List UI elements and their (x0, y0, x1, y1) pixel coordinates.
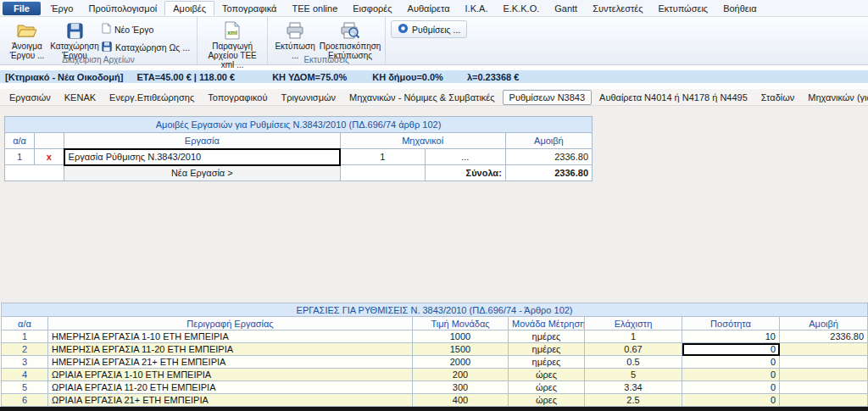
ribbon-tab-eisfores[interactable]: Εισφορές (345, 2, 399, 15)
fees-header-index: α/α (5, 133, 35, 149)
min-cell: 1 (585, 330, 682, 343)
row-index: 4 (2, 369, 48, 381)
unit-cell: ώρες (509, 381, 585, 394)
tab-trigonismon[interactable]: Τριγωνισμών (275, 91, 342, 104)
new-project-button[interactable]: Νέο Έργο (98, 21, 193, 37)
tab-kenak[interactable]: ΚΕΝΑΚ (58, 91, 102, 104)
new-project-label: Νέο Έργο (114, 25, 153, 35)
row-index: 6 (2, 394, 48, 407)
quantity-cell[interactable]: 0 (682, 356, 780, 369)
ribbon-body: Άνοιγμα Έργου ... Καταχώρηση Έργου Νέο Έ… (0, 17, 868, 65)
print-preview-icon (341, 21, 359, 40)
works-header-quantity: Ποσότητα (682, 317, 780, 330)
ribbon-tab-ektyposeis[interactable]: Εκτυπώσεις (650, 2, 715, 15)
fees-table-footer-row: Νέα Εργασία > Σύνολα: 2336.80 (5, 165, 593, 181)
min-cell: 5 (585, 369, 682, 381)
engineers-count-cell[interactable]: 1 (340, 149, 425, 165)
empty-cell (5, 165, 64, 181)
tab-ergasion[interactable]: Εργασιών (3, 91, 57, 104)
tab-rythmiseon-n3843[interactable]: Ρυθμίσεων Ν3843 (503, 90, 593, 105)
ribbon-tab-ergo[interactable]: Έργο (43, 2, 81, 15)
fees-table-row: 1 x Εργασία Ρύθμισης Ν.3843/2010 1 ... 2… (5, 149, 593, 165)
table-row: 3 ΗΜΕΡΗΣΙΑ ΕΡΓΑΣΙΑ 21+ ΕΤΗ ΕΜΠΕΙΡΙΑ 2000… (2, 356, 868, 369)
task-name-cell[interactable]: Εργασία Ρύθμισης Ν.3843/2010 (64, 149, 340, 165)
group-file-management: Άνοιγμα Έργου ... Καταχώρηση Έργου Νέο Έ… (0, 17, 198, 64)
ribbon-tab-topografika[interactable]: Τοπογραφικά (214, 2, 284, 15)
fees-header-task: Εργασία (64, 133, 340, 149)
tee-xml-export-label: Παραγωγή Αρχείου ΤΕΕ xml ... (203, 42, 262, 69)
tab-stadion[interactable]: Σταδίων (755, 91, 800, 104)
group-settings: Ρυθμίσεις ... (386, 17, 472, 64)
settings-button[interactable]: Ρυθμίσεις ... (391, 20, 467, 38)
table-row: 5 ΩΡΙΑΙΑ ΕΡΓΑΣΙΑ 11-20 ΕΤΗ ΕΜΠΕΙΡΙΑ 300 … (2, 381, 868, 394)
ribbon-tab-ika[interactable]: Ι.Κ.Α. (458, 2, 496, 15)
ribbon-tab-bar: File Έργο Προϋπολογισμοί Αμοιβές Τοπογρα… (0, 0, 868, 17)
table-row: 6 ΩΡΙΑΙΑ ΕΡΓΑΣΙΑ 21+ ΕΤΗ ΕΜΠΕΙΡΙΑ 400 ώρ… (2, 394, 868, 407)
row-index: 1 (5, 149, 35, 165)
ribbon-tab-syntelestes[interactable]: Συντελεστές (585, 2, 650, 15)
total-label: Σύνολα: (425, 165, 505, 181)
new-task-button[interactable]: Νέα Εργασία > (64, 165, 340, 181)
tab-authaireta-n4014[interactable]: Αυθαίρετα Ν4014 ή Ν4178 ή Ν4495 (593, 91, 754, 104)
ribbon-tab-voitheia[interactable]: Βοήθεια (715, 2, 764, 15)
fees-header-delete (35, 133, 64, 149)
min-cell: 2.5 (585, 394, 682, 407)
tab-mixanikon-nomimes[interactable]: Μηχανικών - Νόμιμες & Συμβατικές (343, 91, 500, 104)
eta-value: ΕΤΑ=45.00 € | 118.00 € (136, 72, 235, 82)
ribbon-tab-gantt[interactable]: Gantt (547, 2, 585, 15)
quantity-cell[interactable]: 0 (682, 394, 780, 407)
empty-cell (340, 165, 425, 181)
project-status-bar: [Κτηριακό - Νέα Οικοδομή] ΕΤΑ=45.00 € | … (0, 70, 868, 83)
save-as-label: Καταχώρηση Ως ... (115, 42, 190, 53)
spacer (0, 83, 868, 89)
row-index: 3 (2, 356, 48, 369)
tab-topografikou[interactable]: Τοπογραφικού (202, 91, 273, 104)
fee-cell (780, 356, 868, 369)
unit-price-cell: 400 (413, 394, 509, 407)
works-header-unit-price: Τιμή Μονάδας (413, 317, 509, 330)
tab-mixanikon-dimosio[interactable]: Μηχανικών (για Δημόσιο Έργο) (802, 91, 868, 104)
group-prints: Εκτύπωση ... Προεπισκόπηση Εκτύπωσης Εκτ… (268, 17, 386, 64)
new-document-icon (102, 23, 111, 36)
ribbon-tab-authaireta[interactable]: Αυθαίρετα (400, 2, 458, 15)
quantity-cell[interactable]: 0 (682, 381, 780, 394)
work-description: ΩΡΙΑΙΑ ΕΡΓΑΣΙΑ 21+ ΕΤΗ ΕΜΠΕΙΡΙΑ (48, 394, 413, 407)
settings-icon (398, 23, 409, 36)
fee-cell: 2336.80 (780, 330, 868, 343)
file-menu-button[interactable]: File (3, 2, 41, 15)
unit-cell: ώρες (509, 369, 585, 381)
min-cell: 0.5 (585, 356, 682, 369)
ribbon-tab-proypologismoi[interactable]: Προϋπολογισμοί (81, 2, 164, 15)
work-description: ΗΜΕΡΗΣΙΑ ΕΡΓΑΣΙΑ 1-10 ΕΤΗ ΕΜΠΕΙΡΙΑ (48, 330, 413, 343)
project-name: [Κτηριακό - Νέα Οικοδομή] (5, 72, 123, 82)
works-header-index: α/α (2, 317, 48, 330)
unit-price-cell: 300 (413, 381, 509, 394)
table-row: 4 ΩΡΙΑΙΑ ΕΡΓΑΣΙΑ 1-10 ΕΤΗ ΕΜΠΕΙΡΙΑ 200 ώ… (2, 369, 868, 381)
fee-cell (780, 381, 868, 394)
lambda-value: λ=0.23368 € (467, 72, 519, 82)
save-icon (67, 21, 83, 40)
tab-energ-epitheorisis[interactable]: Ενεργ.Επιθεώρησης (103, 91, 200, 104)
tee-xml-export-button[interactable]: xml Παραγωγή Αρχείου ΤΕΕ xml ... (201, 19, 264, 72)
ribbon-tab-amoives[interactable]: Αμοιβές (164, 1, 214, 16)
row-index: 2 (2, 343, 48, 356)
printer-icon (286, 21, 304, 40)
ribbon-tab-ekko[interactable]: Ε.Κ.Κ.Ο. (495, 2, 547, 15)
unit-price-cell: 200 (413, 369, 509, 381)
ribbon-tab-tee-online[interactable]: ΤΕΕ online (284, 2, 345, 15)
group-tee-xml: xml Παραγωγή Αρχείου ΤΕΕ xml ... (198, 17, 268, 64)
row-index: 5 (2, 381, 48, 394)
works-header-min: Ελάχιστη (585, 317, 682, 330)
row-index: 1 (2, 330, 48, 343)
save-as-button[interactable]: Καταχώρηση Ως ... (98, 40, 193, 55)
works-table-section: ΕΡΓΑΣΙΕΣ ΓΙΑ ΡΥΘΜΙΣΕΙΣ Ν. 3843/2010 (ΠΔ.… (0, 303, 868, 407)
quantity-cell[interactable]: 10 (682, 330, 780, 343)
bottom-edge-bar (0, 407, 868, 411)
kh-ydom-value: ΚΗ ΥΔΟΜ=75.0% (272, 72, 347, 82)
quantity-cell[interactable]: 0 (682, 343, 780, 356)
engineers-more-button[interactable]: ... (425, 149, 505, 165)
content-area: Αμοιβές Εργασιών για Ρυθμίσεις Ν.3843/20… (0, 105, 868, 303)
small-buttons-column: Νέο Έργο Καταχώρηση Ως ... (98, 19, 193, 55)
delete-row-button[interactable]: x (35, 149, 64, 165)
quantity-cell[interactable]: 0 (682, 369, 780, 381)
